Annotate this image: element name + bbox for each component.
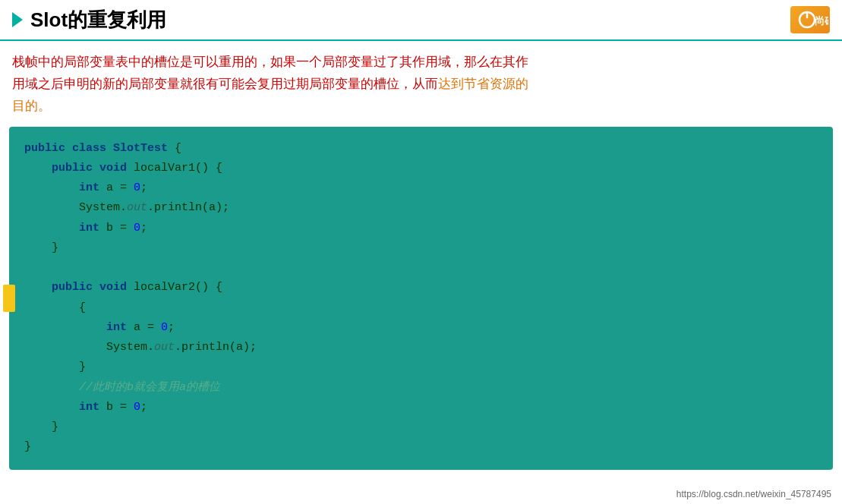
code-line-2: public void localVar1() { — [24, 159, 818, 178]
code-line-7 — [24, 258, 818, 278]
footer-url: https://blog.csdn.net/weixin_45787495 — [676, 489, 831, 499]
code-line-4: System.out.println(a); — [24, 198, 818, 218]
code-line-5: int b = 0; — [24, 219, 818, 238]
code-line-3: int a = 0; — [24, 178, 818, 198]
code-line-1: public class SlotTest { — [24, 139, 818, 159]
code-line-8: public void localVar2() { — [24, 278, 818, 298]
header-left: Slot的重复利用 — [12, 7, 166, 33]
code-line-11: System.out.println(a); — [24, 338, 818, 358]
header-arrow-icon — [12, 12, 23, 27]
logo-icon: 尚硅 — [792, 8, 828, 32]
code-line-12: } — [24, 358, 818, 377]
page-title: Slot的重复利用 — [30, 7, 166, 33]
desc-line2: 用域之后申明的新的局部变量就很有可能会复用过期局部变量的槽位，从而达到节省资源的 — [12, 77, 528, 91]
header: Slot的重复利用 尚硅 — [0, 0, 842, 41]
code-line-14: int b = 0; — [24, 398, 818, 417]
desc-line1: 栈帧中的局部变量表中的槽位是可以重用的，如果一个局部变量过了其作用域，那么在其作 — [12, 55, 528, 69]
code-line-13: //此时的b就会复用a的槽位 — [24, 378, 818, 398]
svg-text:尚硅: 尚硅 — [815, 15, 828, 27]
desc-highlight: 达到节省资源的 — [438, 77, 528, 91]
code-block: public class SlotTest { public void loca… — [9, 127, 833, 470]
logo-badge: 尚硅 — [790, 6, 830, 33]
code-line-16: } — [24, 437, 818, 457]
desc-line3: 目的。 — [12, 99, 51, 113]
description-block: 栈帧中的局部变量表中的槽位是可以重用的，如果一个局部变量过了其作用域，那么在其作… — [0, 41, 842, 127]
code-line-6: } — [24, 238, 818, 258]
code-line-9: { — [24, 298, 818, 318]
code-line-15: } — [24, 417, 818, 437]
slot-indicator — [3, 285, 15, 312]
code-line-10: int a = 0; — [24, 318, 818, 338]
